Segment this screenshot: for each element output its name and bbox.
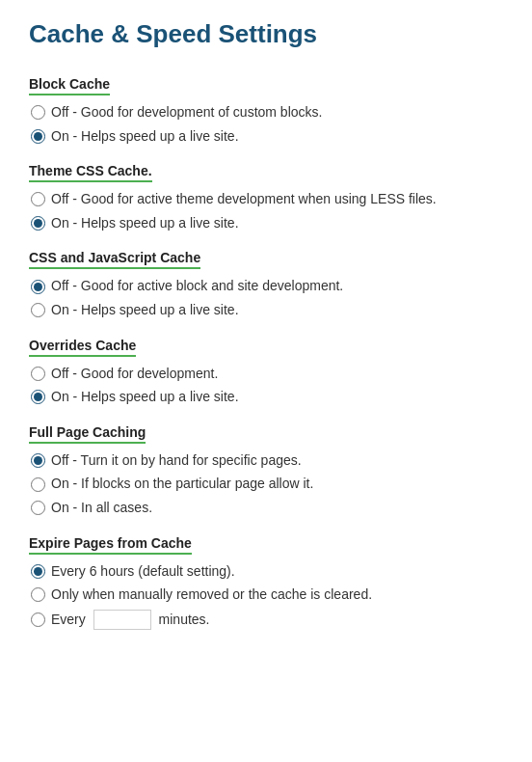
radio-theme-css-off[interactable] bbox=[31, 192, 45, 206]
label-theme-css-on[interactable]: On - Helps speed up a live site. bbox=[51, 214, 239, 233]
section-header-overrides-cache: Overrides Cache bbox=[29, 338, 136, 357]
radio-item-block-cache-on[interactable]: On - Helps speed up a live site. bbox=[31, 127, 503, 147]
minutes-input[interactable] bbox=[93, 610, 151, 630]
radio-full-page-off[interactable] bbox=[31, 453, 45, 468]
radio-expire-manual[interactable] bbox=[31, 587, 45, 602]
radio-css-js-on[interactable] bbox=[31, 303, 45, 317]
section-css-js-cache: CSS and JavaScript CacheOff - Good for a… bbox=[29, 250, 503, 319]
radio-group-expire-pages: Every 6 hours (default setting).Only whe… bbox=[31, 562, 503, 630]
radio-item-expire-6h[interactable]: Every 6 hours (default setting). bbox=[31, 562, 503, 582]
radio-overrides-off[interactable] bbox=[31, 367, 45, 381]
section-overrides-cache: Overrides CacheOff - Good for developmen… bbox=[29, 338, 503, 407]
radio-theme-css-on[interactable] bbox=[31, 216, 45, 231]
radio-item-block-cache-off[interactable]: Off - Good for development of custom blo… bbox=[31, 103, 503, 122]
section-expire-pages: Expire Pages from CacheEvery 6 hours (de… bbox=[29, 535, 503, 630]
section-header-theme-css-cache: Theme CSS Cache. bbox=[29, 163, 152, 182]
radio-item-full-page-on-all[interactable]: On - In all cases. bbox=[31, 499, 503, 518]
radio-item-full-page-on-blocks[interactable]: On - If blocks on the particular page al… bbox=[31, 475, 503, 494]
radio-item-theme-css-off[interactable]: Off - Good for active theme development … bbox=[31, 190, 503, 209]
label-full-page-on-all[interactable]: On - In all cases. bbox=[51, 499, 152, 518]
radio-item-expire-custom[interactable]: Every minutes. bbox=[31, 610, 503, 630]
radio-item-overrides-off[interactable]: Off - Good for development. bbox=[31, 365, 503, 384]
section-header-expire-pages: Expire Pages from Cache bbox=[29, 535, 192, 555]
label-expire-6h[interactable]: Every 6 hours (default setting). bbox=[51, 562, 235, 582]
section-theme-css-cache: Theme CSS Cache.Off - Good for active th… bbox=[29, 163, 503, 232]
page-wrapper: Cache & Speed Settings Block CacheOff - … bbox=[0, 0, 532, 762]
radio-css-js-off[interactable] bbox=[31, 280, 45, 294]
label-css-js-off[interactable]: Off - Good for active block and site dev… bbox=[51, 277, 343, 296]
label-overrides-on[interactable]: On - Helps speed up a live site. bbox=[51, 388, 239, 407]
radio-item-css-js-off[interactable]: Off - Good for active block and site dev… bbox=[31, 277, 503, 296]
radio-group-block-cache: Off - Good for development of custom blo… bbox=[31, 103, 503, 146]
label-css-js-on[interactable]: On - Helps speed up a live site. bbox=[51, 301, 239, 320]
label-block-cache-off[interactable]: Off - Good for development of custom blo… bbox=[51, 103, 322, 122]
section-block-cache: Block CacheOff - Good for development of… bbox=[29, 76, 503, 146]
radio-block-cache-on[interactable] bbox=[31, 129, 45, 144]
label-expire-manual[interactable]: Only when manually removed or the cache … bbox=[51, 585, 372, 605]
radio-item-theme-css-on[interactable]: On - Helps speed up a live site. bbox=[31, 214, 503, 233]
label-theme-css-off[interactable]: Off - Good for active theme development … bbox=[51, 190, 437, 209]
radio-full-page-on-blocks[interactable] bbox=[31, 477, 45, 492]
label-expire-custom[interactable]: Every minutes. bbox=[51, 610, 210, 630]
sections-container: Block CacheOff - Good for development of… bbox=[29, 76, 503, 630]
radio-group-full-page-caching: Off - Turn it on by hand for specific pa… bbox=[31, 451, 503, 518]
radio-item-css-js-on[interactable]: On - Helps speed up a live site. bbox=[31, 301, 503, 320]
radio-group-theme-css-cache: Off - Good for active theme development … bbox=[31, 190, 503, 232]
label-full-page-off[interactable]: Off - Turn it on by hand for specific pa… bbox=[51, 451, 302, 471]
label-block-cache-on[interactable]: On - Helps speed up a live site. bbox=[51, 127, 239, 147]
section-header-css-js-cache: CSS and JavaScript Cache bbox=[29, 250, 200, 269]
section-full-page-caching: Full Page CachingOff - Turn it on by han… bbox=[29, 424, 503, 518]
label-overrides-off[interactable]: Off - Good for development. bbox=[51, 365, 218, 384]
radio-full-page-on-all[interactable] bbox=[31, 501, 45, 515]
radio-item-full-page-off[interactable]: Off - Turn it on by hand for specific pa… bbox=[31, 451, 503, 471]
radio-overrides-on[interactable] bbox=[31, 390, 45, 404]
radio-expire-custom[interactable] bbox=[31, 612, 45, 627]
radio-group-overrides-cache: Off - Good for development.On - Helps sp… bbox=[31, 365, 503, 407]
section-header-block-cache: Block Cache bbox=[29, 76, 110, 95]
radio-item-expire-manual[interactable]: Only when manually removed or the cache … bbox=[31, 585, 503, 605]
label-full-page-on-blocks[interactable]: On - If blocks on the particular page al… bbox=[51, 475, 313, 494]
radio-expire-6h[interactable] bbox=[31, 564, 45, 579]
page-title: Cache & Speed Settings bbox=[29, 19, 503, 53]
radio-group-css-js-cache: Off - Good for active block and site dev… bbox=[31, 277, 503, 319]
section-header-full-page-caching: Full Page Caching bbox=[29, 424, 146, 444]
radio-item-overrides-on[interactable]: On - Helps speed up a live site. bbox=[31, 388, 503, 407]
radio-block-cache-off[interactable] bbox=[31, 105, 45, 120]
